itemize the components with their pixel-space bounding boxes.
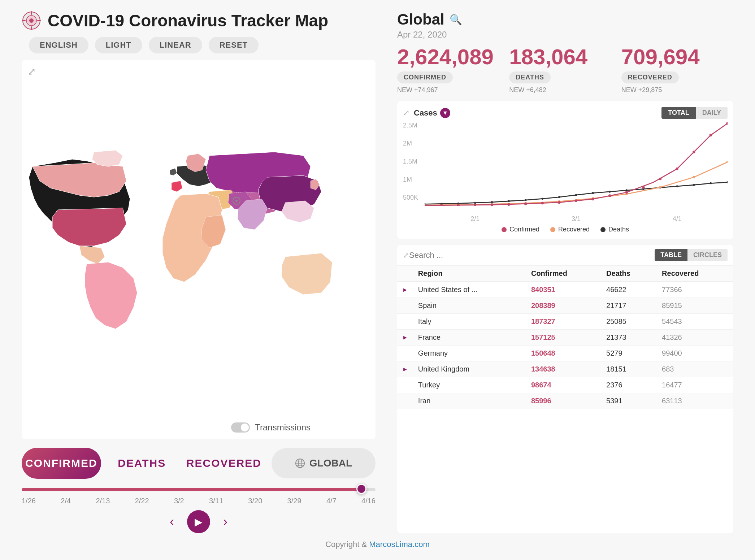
global-search-icon[interactable]: 🔍 bbox=[450, 14, 462, 26]
row-recovered-0: 77366 bbox=[657, 282, 733, 298]
row-expand-1[interactable] bbox=[397, 298, 413, 314]
col-deaths[interactable]: Deaths bbox=[601, 266, 657, 282]
footer-link[interactable]: MarcosLima.com bbox=[369, 540, 429, 549]
recovered-number: 709,694 bbox=[621, 46, 700, 68]
deaths-filter-button[interactable]: DEATHS bbox=[104, 448, 180, 479]
playback-controls: ‹ ▶ › bbox=[22, 510, 376, 533]
daily-toggle-button[interactable]: DAILY bbox=[696, 107, 728, 119]
prev-button[interactable]: ‹ bbox=[170, 514, 174, 529]
y-label-2: 1.5M bbox=[403, 158, 418, 165]
app-title: COVID-19 Coronavirus Tracker Map bbox=[48, 11, 328, 30]
search-input[interactable] bbox=[409, 251, 655, 260]
svg-point-59 bbox=[625, 191, 628, 194]
col-region[interactable]: Region bbox=[413, 266, 526, 282]
recovered-filter-button[interactable]: RECOVERED bbox=[183, 448, 265, 479]
row-region-5: United Kingdom bbox=[413, 361, 526, 377]
row-confirmed-6: 98674 bbox=[526, 377, 601, 393]
deaths-badge: DEATHS bbox=[509, 71, 551, 83]
chart-expand-icon[interactable]: ⤢ bbox=[403, 108, 409, 118]
global-filter-button[interactable]: GLOBAL bbox=[272, 448, 376, 478]
row-expand-6[interactable] bbox=[397, 377, 413, 393]
row-confirmed-1: 208389 bbox=[526, 298, 601, 314]
footer: Copyright & MarcosLima.com bbox=[22, 533, 733, 549]
row-region-0: United States of ... bbox=[413, 282, 526, 298]
row-region-7: Iran bbox=[413, 393, 526, 409]
timeline-label-8: 4/7 bbox=[326, 497, 337, 505]
row-region-4: Germany bbox=[413, 346, 526, 361]
table-row: Iran 85996 5391 63113 bbox=[397, 393, 733, 409]
chart-toggle-group: TOTAL DAILY bbox=[661, 107, 728, 119]
recovered-legend-item: Recovered bbox=[550, 226, 590, 233]
recovered-new: NEW +29,875 bbox=[621, 86, 662, 94]
svg-point-7 bbox=[31, 11, 32, 13]
row-deaths-1: 21717 bbox=[601, 298, 657, 314]
row-expand-3[interactable]: ► bbox=[397, 330, 413, 346]
y-label-1: 2M bbox=[403, 140, 418, 147]
stat-recovered-card: 709,694 RECOVERED NEW +29,875 bbox=[621, 46, 733, 94]
col-confirmed[interactable]: Confirmed bbox=[526, 266, 601, 282]
row-expand-0[interactable]: ► bbox=[397, 282, 413, 298]
confirmed-new: NEW +74,967 bbox=[397, 86, 438, 94]
table-scroll-container[interactable]: Region Confirmed Deaths Recovered ► Unit… bbox=[397, 266, 733, 533]
right-panel: Global 🔍 Apr 22, 2020 2,624,089 CONFIRME… bbox=[390, 11, 733, 533]
left-panel: COVID-19 Coronavirus Tracker Map ENGLISH… bbox=[22, 11, 376, 533]
col-recovered[interactable]: Recovered bbox=[657, 266, 733, 282]
row-deaths-6: 2376 bbox=[601, 377, 657, 393]
svg-point-26 bbox=[558, 196, 560, 198]
svg-point-2 bbox=[29, 18, 34, 23]
next-button[interactable]: › bbox=[223, 514, 227, 529]
svg-point-12 bbox=[235, 200, 238, 202]
confirmed-legend-label: Confirmed bbox=[509, 226, 539, 233]
chart-header: ⤢ Cases ▼ TOTAL DAILY bbox=[403, 107, 728, 119]
transmissions-toggle[interactable] bbox=[231, 422, 250, 433]
map-expand-icon[interactable]: ⤢ bbox=[27, 66, 36, 78]
transmissions-label: Transmissions bbox=[255, 422, 311, 433]
row-expand-5[interactable]: ► bbox=[397, 361, 413, 377]
play-button[interactable]: ▶ bbox=[187, 510, 210, 533]
confirmed-number: 2,624,089 bbox=[397, 46, 494, 68]
light-button[interactable]: LIGHT bbox=[95, 37, 142, 53]
timeline-label-4: 3/2 bbox=[174, 497, 184, 505]
table-view-button[interactable]: TABLE bbox=[655, 249, 687, 261]
row-region-2: Italy bbox=[413, 314, 526, 330]
row-deaths-3: 21373 bbox=[601, 330, 657, 346]
row-deaths-0: 46622 bbox=[601, 282, 657, 298]
linear-button[interactable]: LINEAR bbox=[149, 37, 202, 53]
total-toggle-button[interactable]: TOTAL bbox=[661, 107, 695, 119]
timeline-section: 1/26 2/4 2/13 2/22 3/2 3/11 3/20 3/29 4/… bbox=[22, 485, 376, 533]
recovered-legend-dot bbox=[550, 227, 555, 232]
chart-section: ⤢ Cases ▼ TOTAL DAILY 2.5M bbox=[397, 101, 733, 239]
globe-icon bbox=[295, 458, 305, 468]
transmissions-row: Transmissions bbox=[231, 422, 311, 433]
svg-point-44 bbox=[659, 186, 661, 189]
row-recovered-7: 63113 bbox=[657, 393, 733, 409]
row-expand-2[interactable] bbox=[397, 314, 413, 330]
row-confirmed-2: 187327 bbox=[526, 314, 601, 330]
reset-button[interactable]: RESET bbox=[209, 37, 259, 53]
cases-dropdown[interactable]: Cases ▼ bbox=[414, 108, 450, 118]
confirmed-legend-item: Confirmed bbox=[502, 226, 539, 233]
row-region-6: Turkey bbox=[413, 377, 526, 393]
row-deaths-2: 25085 bbox=[601, 314, 657, 330]
svg-point-60 bbox=[642, 186, 645, 188]
deaths-legend-dot bbox=[600, 227, 606, 232]
dropdown-arrow-icon: ▼ bbox=[440, 108, 450, 118]
svg-point-22 bbox=[491, 201, 493, 203]
confirmed-filter-button[interactable]: CONFIRMED bbox=[22, 448, 101, 479]
svg-point-50 bbox=[474, 204, 476, 206]
row-confirmed-3: 157125 bbox=[526, 330, 601, 346]
timeline-slider[interactable] bbox=[22, 485, 376, 492]
row-recovered-6: 16477 bbox=[657, 377, 733, 393]
row-expand-7[interactable] bbox=[397, 393, 413, 409]
table-header: Region Confirmed Deaths Recovered bbox=[397, 266, 733, 282]
english-button[interactable]: ENGLISH bbox=[29, 37, 88, 53]
table-row: ► United States of ... 840351 46622 7736… bbox=[397, 282, 733, 298]
grid-line-5 bbox=[425, 212, 728, 212]
row-region-1: Spain bbox=[413, 298, 526, 314]
timeline-track bbox=[22, 488, 376, 491]
chart-controls-left: ⤢ Cases ▼ bbox=[403, 108, 450, 118]
row-expand-4[interactable] bbox=[397, 346, 413, 361]
circles-view-button[interactable]: CIRCLES bbox=[687, 249, 728, 261]
svg-point-56 bbox=[575, 199, 577, 202]
table-expand-icon[interactable]: ⤢ bbox=[403, 251, 409, 260]
